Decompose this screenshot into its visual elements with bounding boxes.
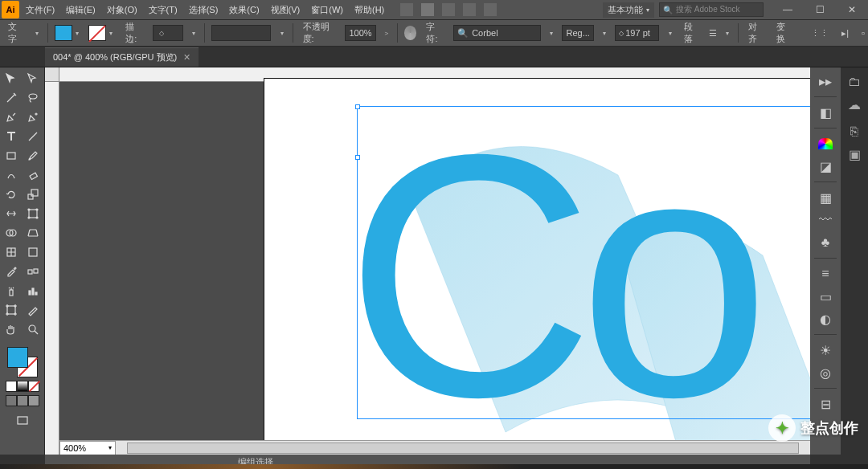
align-panel-icon[interactable]: ⊟ xyxy=(813,394,837,414)
magic-wand-tool[interactable] xyxy=(0,88,23,108)
zoom-level-input[interactable]: 400%▾ xyxy=(59,441,116,455)
quick-icon-1[interactable] xyxy=(400,3,413,16)
none-mode-icon[interactable] xyxy=(28,381,39,392)
fill-color-box[interactable] xyxy=(7,347,28,368)
close-tab-icon[interactable]: ✕ xyxy=(183,52,190,63)
selection-handle[interactable] xyxy=(355,104,360,109)
gradient-panel-icon[interactable]: ▭ xyxy=(813,286,837,307)
asset-icon[interactable]: ▣ xyxy=(843,143,866,165)
pen-tool[interactable] xyxy=(0,108,23,127)
color-guide-panel-icon[interactable]: ◪ xyxy=(813,156,837,177)
font-style-input[interactable]: Reg... xyxy=(562,25,593,41)
close-button[interactable]: ✕ xyxy=(836,0,868,19)
menu-effect[interactable]: 效果(C) xyxy=(229,4,259,16)
menu-file[interactable]: 文件(F) xyxy=(26,4,55,16)
shaper-tool[interactable] xyxy=(0,165,23,185)
canvas-viewport[interactable]: Co xyxy=(59,82,810,440)
selection-tool[interactable] xyxy=(0,69,23,88)
hand-tool[interactable] xyxy=(0,320,23,339)
menu-view[interactable]: 视图(V) xyxy=(271,4,301,16)
horizontal-scrollbar[interactable] xyxy=(127,442,799,454)
quick-icon-2[interactable] xyxy=(421,3,434,16)
zoom-tool[interactable] xyxy=(23,320,45,339)
ruler-origin[interactable] xyxy=(45,67,59,82)
gradient-tool[interactable] xyxy=(23,243,45,262)
swatches-panel-icon[interactable]: ▦ xyxy=(813,187,837,208)
eraser-tool[interactable] xyxy=(23,165,45,185)
stroke-weight-dd[interactable]: ▾ xyxy=(190,30,198,37)
minimize-button[interactable]: — xyxy=(772,0,804,19)
document-tab[interactable]: 004* @ 400% (RGB/GPU 预览) ✕ xyxy=(45,47,199,67)
options-more-1[interactable]: ⋮⋮ xyxy=(808,28,832,39)
screen-mode-icon[interactable] xyxy=(11,411,34,430)
brushes-panel-icon[interactable]: 〰 xyxy=(813,210,837,230)
rectangle-tool[interactable] xyxy=(0,146,23,165)
menu-select[interactable]: 选择(S) xyxy=(189,4,219,16)
draw-inside-icon[interactable] xyxy=(28,395,39,406)
maximize-button[interactable]: ☐ xyxy=(804,0,836,19)
fill-swatch[interactable]: ▾ xyxy=(55,25,82,41)
quick-icon-4[interactable] xyxy=(463,3,476,16)
cc-libraries-icon[interactable]: ☁ xyxy=(843,93,866,116)
scale-tool[interactable] xyxy=(23,185,45,204)
mesh-tool[interactable] xyxy=(0,243,23,262)
font-family-input[interactable]: 🔍Corbel xyxy=(453,25,541,41)
color-panel-icon[interactable] xyxy=(813,133,837,154)
panel-collapse-icon[interactable]: ▸▸ xyxy=(813,71,837,92)
graphic-styles-panel-icon[interactable]: ◎ xyxy=(813,362,837,383)
line-segment-tool[interactable] xyxy=(23,127,45,146)
type-tool[interactable] xyxy=(0,127,23,146)
font-size-input[interactable]: ◇197 pt xyxy=(615,25,659,41)
free-transform-tool[interactable] xyxy=(23,204,45,223)
options-more-3[interactable]: ▫ xyxy=(858,28,868,38)
brush-dd[interactable]: ▾ xyxy=(277,30,285,37)
font-size-dd[interactable]: ▾ xyxy=(665,30,674,37)
blend-tool[interactable] xyxy=(23,262,45,281)
quick-icon-3[interactable] xyxy=(442,3,455,16)
appearance-panel-icon[interactable]: ☀ xyxy=(813,340,837,361)
tool-dropdown-icon[interactable]: ▾ xyxy=(33,30,41,37)
stock-search-input[interactable]: 🔍 搜索 Adobe Stock xyxy=(659,2,764,17)
eyedropper-tool[interactable] xyxy=(0,262,23,281)
stroke-weight-input[interactable]: ◇ xyxy=(153,25,183,41)
export-icon[interactable]: ⎘ xyxy=(843,120,866,143)
gradient-mode-icon[interactable] xyxy=(17,381,28,392)
artboard-tool[interactable] xyxy=(0,300,23,320)
options-more-2[interactable]: ▸| xyxy=(838,28,852,39)
font-style-dd[interactable]: ▾ xyxy=(600,30,608,37)
opacity-input[interactable]: 100% xyxy=(345,25,375,41)
perspective-grid-tool[interactable] xyxy=(23,223,45,243)
width-tool[interactable] xyxy=(0,204,23,223)
symbols-panel-icon[interactable]: ♣ xyxy=(813,232,837,253)
menu-edit[interactable]: 编辑(E) xyxy=(66,4,96,16)
paragraph-icon[interactable]: ☰ xyxy=(709,28,717,39)
transform-label[interactable]: 变换 xyxy=(773,21,795,45)
stroke-swatch[interactable]: ▾ xyxy=(88,25,116,41)
transparency-panel-icon[interactable]: ◐ xyxy=(813,308,837,329)
quick-icon-5[interactable] xyxy=(484,3,497,16)
align-label[interactable]: 对齐 xyxy=(745,21,767,45)
font-family-dd[interactable]: ▾ xyxy=(547,30,555,37)
vertical-ruler[interactable] xyxy=(45,82,59,455)
selection-handle[interactable] xyxy=(355,155,360,160)
column-graph-tool[interactable] xyxy=(23,281,45,300)
layers-panel-icon[interactable]: ◧ xyxy=(813,102,837,123)
stroke-panel-icon[interactable]: ≡ xyxy=(813,263,837,284)
slice-tool[interactable] xyxy=(23,300,45,320)
draw-behind-icon[interactable] xyxy=(17,395,28,406)
recolor-icon[interactable] xyxy=(404,26,417,40)
rotate-tool[interactable] xyxy=(0,185,23,204)
symbol-sprayer-tool[interactable] xyxy=(0,281,23,300)
paragraph-label[interactable]: 段落 xyxy=(681,21,702,45)
shape-builder-tool[interactable] xyxy=(0,223,23,243)
menu-help[interactable]: 帮助(H) xyxy=(354,4,384,16)
menu-object[interactable]: 对象(O) xyxy=(107,4,137,16)
draw-normal-icon[interactable] xyxy=(6,395,17,406)
direct-selection-tool[interactable] xyxy=(23,69,45,88)
paintbrush-tool[interactable] xyxy=(23,146,45,165)
menu-type[interactable]: 文字(T) xyxy=(149,4,178,16)
menu-window[interactable]: 窗口(W) xyxy=(311,4,343,16)
libraries-icon[interactable]: 🗀 xyxy=(843,71,866,93)
curvature-tool[interactable] xyxy=(23,108,45,127)
workspace-switcher[interactable]: 基本功能 ▾ xyxy=(603,2,654,18)
